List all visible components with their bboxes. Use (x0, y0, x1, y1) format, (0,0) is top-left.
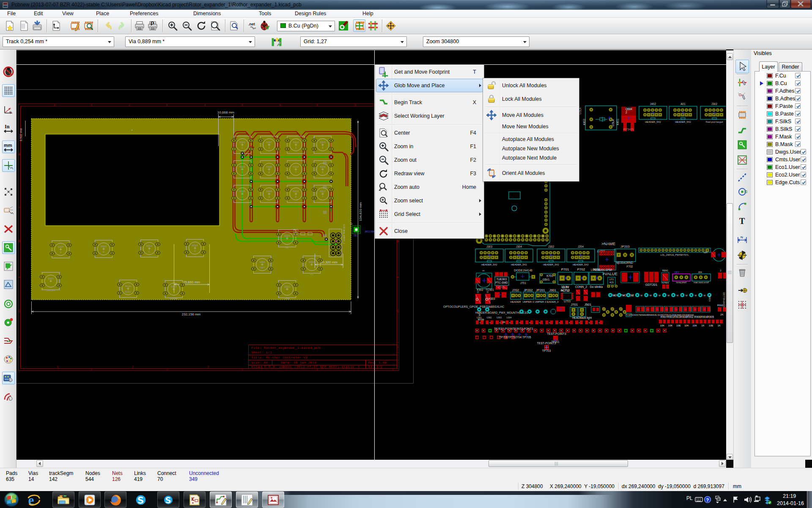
svg-text:4: 4 (279, 103, 281, 106)
svg-text:S321: S321 (125, 290, 132, 293)
svg-text:K701: K701 (546, 274, 553, 277)
svg-text:EADER_3: EADER_3 (547, 301, 559, 303)
svg-text:ON/OFF: ON/OFF (46, 289, 56, 292)
svg-text:UMPER-3: UMPER-3 (535, 301, 546, 303)
svg-text:Stop: Stop (285, 297, 290, 300)
svg-text:10E: 10E (709, 324, 713, 327)
svg-text:25,660 mm: 25,660 mm (183, 280, 200, 284)
svg-text:3: 3 (207, 365, 209, 368)
svg-text:P701: P701 (561, 268, 569, 271)
svg-text:M: M (641, 294, 643, 297)
svg-text:2K: 2K (720, 313, 723, 316)
svg-text:M: M (668, 294, 670, 297)
svg-text:>VALUE: >VALUE (602, 271, 617, 276)
svg-text:M: M (704, 294, 706, 297)
svg-text:S305: S305 (239, 190, 246, 193)
svg-text:DIODE1N4148: DIODE1N4148 (514, 269, 532, 272)
svg-text:In: In (5, 124, 10, 130)
svg-text:A: A (60, 251, 61, 254)
svg-text:S309: S309 (266, 190, 272, 193)
svg-text:J204: J204 (578, 245, 584, 248)
svg-text:HEADBack light: HEADBack light (572, 316, 592, 320)
svg-text:13,9V: 13,9V (562, 286, 570, 289)
svg-text:C: C (397, 309, 399, 312)
svg-text:TP706TP702704 TP705: TP706TP702704 TP705 (499, 336, 531, 339)
svg-text:S312: S312 (293, 166, 299, 168)
svg-text:S301: S301 (239, 141, 246, 144)
svg-text:2K: 2K (502, 321, 505, 323)
svg-text:10,668 mm: 10,668 mm (217, 110, 234, 114)
svg-text:S323: S323 (48, 277, 54, 280)
svg-text:G5LA: G5LA (612, 119, 614, 126)
svg-text:M: M (623, 294, 625, 297)
svg-text:M: M (694, 294, 697, 297)
svg-text:J701: J701 (520, 282, 526, 284)
svg-text:S304: S304 (58, 246, 64, 248)
svg-text:S302: S302 (239, 166, 246, 168)
svg-text:>NAME: >NAME (601, 241, 615, 246)
svg-text:GDT201: GDT201 (645, 283, 657, 287)
svg-text:05: 05 (350, 223, 353, 225)
svg-text:M: M (658, 294, 661, 297)
svg-text:10K: 10K (660, 324, 665, 327)
svg-text:/onsq drsrf/: /onsq drsrf/ (676, 281, 687, 284)
svg-text:2: 2 (129, 103, 130, 106)
svg-text:CP2: CP2 (674, 271, 679, 273)
svg-text:Mouse: Mouse (170, 297, 178, 300)
svg-text:HEADER_5X2: HEADER_5X2 (573, 263, 589, 266)
svg-text:F702: F702 (627, 265, 633, 268)
svg-text:2: 2 (720, 269, 721, 272)
svg-text:LTN28BAN-SPBF: LTN28BAN-SPBF (591, 268, 613, 271)
svg-text:R910: R910 (717, 304, 724, 306)
svg-text:JP202: JP202 (524, 288, 532, 292)
svg-text:G5V1: G5V1 (543, 278, 550, 281)
svg-text:O: O (487, 291, 488, 293)
svg-text:?: ? (706, 497, 709, 502)
svg-text:J501: J501 (584, 303, 591, 306)
svg-text:AC712: AC712 (561, 289, 570, 292)
svg-text:Feel pncl keypd: Feel pncl keypd (706, 121, 723, 123)
svg-text:U301: U301 (477, 316, 482, 319)
svg-text:S319: S319 (284, 235, 291, 237)
svg-text:+: + (131, 128, 133, 132)
svg-text:TEST-POINT3: TEST-POINT3 (547, 332, 566, 335)
svg-text:M: M (686, 294, 688, 297)
svg-text:B: B (18, 240, 20, 243)
svg-text:B: B (103, 251, 104, 253)
svg-text:HEADER_5X2: HEADER_5X2 (511, 263, 527, 266)
svg-text:J3C: J3C (354, 234, 357, 237)
svg-text:10K: 10K (692, 324, 697, 327)
svg-text:C: C (148, 250, 151, 253)
svg-text:S318: S318 (192, 244, 198, 247)
svg-text:S322: S322 (284, 285, 291, 288)
svg-text:M: M (650, 294, 652, 297)
svg-text:TUE0K0: TUE0K0 (497, 278, 507, 281)
svg-text:0,922 mm: 0,922 mm (19, 128, 22, 141)
svg-text:2: 2 (132, 365, 134, 368)
svg-text:S310: S310 (101, 245, 107, 248)
svg-text:J303: J303 (486, 245, 492, 248)
svg-text:S314: S314 (146, 245, 153, 247)
svg-text:10K: 10K (684, 324, 689, 327)
svg-text:F701: F701 (499, 286, 505, 289)
svg-text:Q684: Q684 (625, 108, 632, 111)
svg-text:M: M (614, 294, 616, 297)
svg-text:O: O (477, 291, 479, 293)
svg-text:U2A: U2A (703, 251, 708, 254)
svg-text:B: B (397, 240, 399, 243)
svg-text:U303: U303 (497, 316, 502, 319)
svg-text:TE?ES?-PO?NTE?NT3-PONT3: TE?ES?-PO?NTE?NT3-PONT3 (494, 327, 533, 330)
svg-text:Title: Ro-thor controler V2: Title: Ro-thor controler V2 (251, 356, 307, 359)
svg-text:10E: 10E (676, 324, 681, 327)
svg-text:1: 1 (53, 103, 55, 106)
svg-text:JP203: JP203 (620, 245, 629, 248)
svg-text:4C5: 4C5 (609, 281, 614, 284)
svg-text:J304: J304 (516, 245, 522, 248)
svg-text:P702: P702 (577, 268, 585, 271)
svg-text:Sheet: 1/1: Sheet: 1/1 (251, 351, 272, 354)
svg-text:J701: J701 (571, 303, 578, 306)
svg-text:TP703: TP703 (542, 349, 551, 352)
svg-text:φ: φ (9, 110, 11, 114)
svg-text:C: C (18, 309, 20, 312)
svg-text:HEADER_5X2: HEADER_5X2 (645, 121, 661, 123)
